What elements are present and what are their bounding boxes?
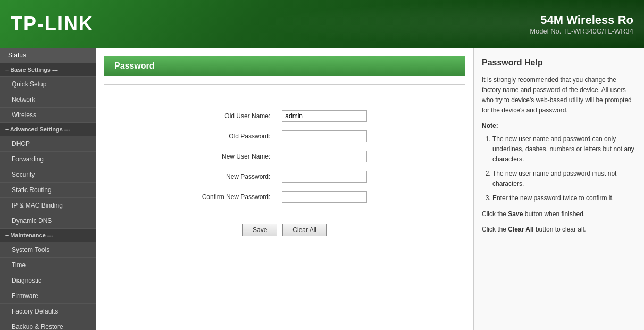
sidebar-item-dynamic-dns[interactable]: Dynamic DNS — [0, 213, 96, 229]
help-note-2: The new user name and password must not … — [492, 169, 636, 189]
old-username-label: Old User Name: — [197, 106, 277, 126]
sidebar-item-maintenance-header: – Maintenance --- — [0, 229, 96, 242]
new-password-label: New Password: — [197, 167, 277, 187]
help-panel: Password Help It is strongly recommended… — [474, 48, 644, 330]
sidebar-item-security[interactable]: Security — [0, 167, 96, 183]
help-save-action: Click the Save button when finished. — [482, 209, 636, 219]
confirm-password-label: Confirm New Password: — [197, 187, 277, 207]
sidebar-item-factory-defaults[interactable]: Factory Defaults — [0, 304, 96, 319]
sidebar-item-static-routing[interactable]: Static Routing — [0, 183, 96, 198]
help-note-3: Enter the new password twice to confirm … — [492, 193, 636, 203]
sidebar-item-time[interactable]: Time — [0, 258, 96, 273]
help-clear-action: Click the Clear All button to clear all. — [482, 225, 636, 235]
product-name: 54M Wireless Ro — [530, 13, 633, 27]
new-username-label: New User Name: — [197, 146, 277, 167]
logo: TP-LINK — [11, 13, 94, 35]
old-password-label: Old Password: — [197, 126, 277, 146]
old-username-input[interactable] — [282, 110, 367, 122]
sidebar-item-backup-restore[interactable]: Backup & Restore — [0, 319, 96, 330]
help-notes-list: The new user name and password can only … — [482, 134, 636, 204]
new-username-input[interactable] — [282, 151, 367, 162]
help-title: Password Help — [482, 56, 636, 70]
sidebar-item-ip-mac-binding[interactable]: IP & MAC Binding — [0, 198, 96, 213]
password-form: Old User Name: Old Password: New User Na… — [197, 106, 373, 207]
sidebar-item-forwarding[interactable]: Forwarding — [0, 152, 96, 167]
sidebar-item-status[interactable]: Status — [0, 48, 96, 63]
confirm-password-input[interactable] — [282, 191, 367, 203]
save-button[interactable]: Save — [242, 224, 277, 236]
sidebar-item-wireless[interactable]: Wireless — [0, 108, 96, 123]
sidebar-item-diagnostic[interactable]: Diagnostic — [0, 273, 96, 288]
sidebar-item-quick-setup[interactable]: Quick Setup — [0, 77, 96, 92]
sidebar-item-firmware[interactable]: Firmware — [0, 288, 96, 304]
help-intro: It is strongly recommended that you chan… — [482, 75, 636, 116]
sidebar-item-network[interactable]: Network — [0, 92, 96, 108]
old-password-input[interactable] — [282, 130, 367, 142]
header: TP-LINK 54M Wireless Ro Model No. TL-WR3… — [0, 0, 644, 48]
sidebar-item-system-tools[interactable]: System Tools — [0, 242, 96, 258]
sidebar-item-dhcp[interactable]: DHCP — [0, 136, 96, 152]
sidebar-item-advanced-settings-header: – Advanced Settings --- — [0, 123, 96, 136]
clear-all-button[interactable]: Clear All — [282, 224, 327, 236]
button-row: Save Clear All — [106, 224, 463, 236]
help-note-1: The new user name and password can only … — [492, 134, 636, 165]
form-area: Old User Name: Old Password: New User Na… — [96, 90, 473, 247]
sidebar-item-basic-settings-header: – Basic Settings --- — [0, 63, 96, 77]
sidebar: Status– Basic Settings ---Quick SetupNet… — [0, 48, 96, 330]
help-note-label: Note: — [482, 121, 636, 131]
content-area: Password Old User Name: Old Password: Ne… — [96, 48, 644, 330]
header-title: 54M Wireless Ro Model No. TL-WR340G/TL-W… — [530, 13, 633, 35]
main-layout: Status– Basic Settings ---Quick SetupNet… — [0, 48, 644, 330]
divider-top — [104, 84, 465, 85]
new-password-input[interactable] — [282, 171, 367, 183]
divider-bottom — [114, 218, 455, 218]
model-number: Model No. TL-WR340G/TL-WR34 — [530, 27, 633, 35]
main-panel: Password Old User Name: Old Password: Ne… — [96, 48, 474, 330]
page-title: Password — [104, 56, 465, 76]
